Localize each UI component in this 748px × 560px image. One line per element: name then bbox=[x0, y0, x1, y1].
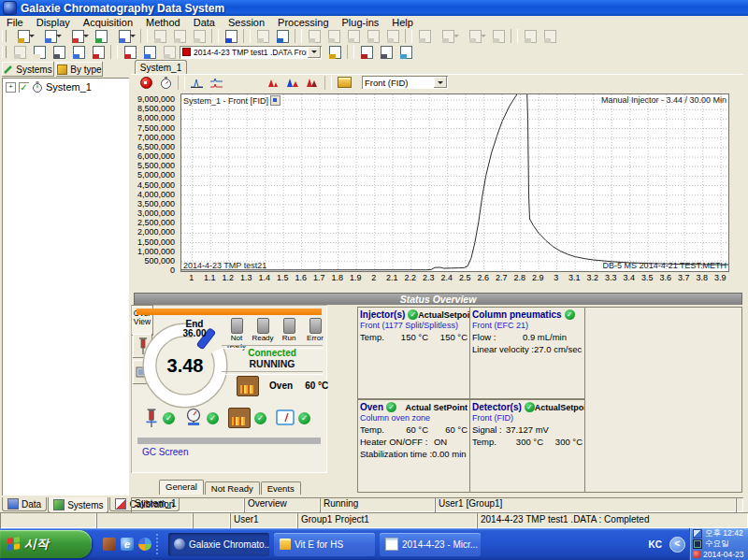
menu-item[interactable]: Data bbox=[187, 17, 222, 28]
shift-button[interactable] bbox=[383, 29, 402, 43]
review-button[interactable] bbox=[357, 45, 376, 59]
chart-properties-button[interactable] bbox=[335, 76, 353, 90]
open-method-button[interactable] bbox=[37, 29, 64, 43]
detector-panel: Detector(s) ✓ Actual Setpoint Front (FID… bbox=[469, 399, 585, 493]
status-row: Stabilization time : 0.00 min bbox=[358, 448, 469, 460]
dropdown-arrow-icon[interactable] bbox=[308, 47, 321, 58]
system-checkbox[interactable]: ✓ bbox=[19, 82, 29, 93]
toolbar-separator bbox=[140, 29, 148, 43]
peak-view-1-button[interactable] bbox=[264, 76, 282, 90]
undo-button[interactable] bbox=[540, 29, 559, 43]
toolbar-grip[interactable] bbox=[2, 46, 7, 58]
sign-button[interactable] bbox=[222, 29, 240, 43]
integration-button[interactable] bbox=[305, 29, 324, 43]
edit-report-button[interactable] bbox=[89, 45, 108, 59]
start-button[interactable]: 시작 bbox=[0, 530, 92, 558]
calculator-button[interactable] bbox=[50, 45, 68, 59]
ie-icon[interactable]: e bbox=[121, 538, 134, 551]
peak-view-3-button[interactable] bbox=[303, 76, 322, 90]
print-preview-button[interactable] bbox=[190, 29, 209, 43]
menu-item[interactable]: Plug-ins bbox=[336, 17, 386, 28]
print-button[interactable] bbox=[170, 29, 189, 43]
menu-item[interactable]: Processing bbox=[271, 17, 335, 28]
tree-expander-icon[interactable]: + bbox=[6, 82, 16, 93]
menu-item[interactable]: File bbox=[0, 17, 30, 28]
preview-report-button[interactable] bbox=[69, 45, 88, 59]
map-button[interactable] bbox=[396, 45, 415, 59]
add-peak-button[interactable] bbox=[435, 29, 461, 43]
view-tab[interactable]: Systems bbox=[48, 497, 108, 513]
delete-peak-button[interactable] bbox=[489, 29, 508, 43]
menu-item[interactable]: Display bbox=[30, 17, 77, 28]
menu-item[interactable]: Session bbox=[222, 17, 271, 28]
open-data-button[interactable] bbox=[10, 29, 36, 43]
toolbar-grip[interactable] bbox=[2, 30, 7, 42]
tray-line[interactable]: 오후 12:42 bbox=[690, 529, 748, 539]
identify-button[interactable] bbox=[344, 29, 363, 43]
oven-temp: 60 °C bbox=[305, 381, 328, 391]
data-properties-button[interactable] bbox=[325, 45, 344, 59]
view-tab[interactable]: Data bbox=[2, 497, 47, 511]
tray-line[interactable]: 2014-04-23 bbox=[690, 550, 748, 560]
sidebar-tab-by-type[interactable]: By type bbox=[56, 62, 103, 77]
syringe-icon bbox=[144, 408, 159, 428]
tray-line[interactable]: 수요일 bbox=[690, 539, 748, 550]
open-sequence-button[interactable] bbox=[65, 29, 91, 43]
stop-monitor-button[interactable] bbox=[137, 76, 155, 90]
formula-button[interactable] bbox=[253, 29, 272, 43]
results-report-button[interactable] bbox=[140, 45, 159, 59]
chart-plot-area[interactable]: System_1 - Front [FID] Manual Injector -… bbox=[180, 93, 729, 272]
menu-item[interactable]: Method bbox=[139, 17, 187, 28]
language-indicator[interactable]: KC bbox=[649, 539, 662, 550]
page-setup-button[interactable] bbox=[30, 45, 49, 59]
gc-panel-tab[interactable]: Events bbox=[261, 481, 301, 495]
task-button[interactable]: Galaxie Chromato... bbox=[168, 533, 269, 556]
toolbar-separator bbox=[295, 29, 302, 43]
system-tray: 오후 12:42 수요일 2014-04-23 bbox=[689, 528, 748, 560]
gc-panel-tab[interactable]: Not Ready bbox=[205, 481, 260, 495]
erase-button[interactable] bbox=[521, 29, 539, 43]
sidebar-tab-systems[interactable]: Systems bbox=[2, 62, 54, 77]
status-ok-icon: ✓ bbox=[525, 402, 535, 412]
select-button[interactable] bbox=[415, 29, 434, 43]
new-button[interactable] bbox=[151, 29, 169, 43]
peak-view-2-button[interactable] bbox=[283, 76, 302, 90]
elapsed-time: 3.48 bbox=[157, 355, 213, 377]
web-button[interactable] bbox=[273, 29, 292, 43]
connection-status: Connected bbox=[222, 348, 323, 358]
oven-panel: Oven ✓ Actual SetPoint Column oven zone … bbox=[357, 399, 470, 493]
report-style-button[interactable] bbox=[10, 45, 29, 59]
peaks-button[interactable] bbox=[324, 29, 343, 43]
data-file-selector[interactable]: 2014-4-23 TMP test1 .DATA Front (FID) bbox=[180, 46, 322, 59]
overlay-view-button[interactable] bbox=[188, 76, 207, 90]
device-name: Front (FID) bbox=[470, 412, 584, 424]
tab-system-1[interactable]: System_1 bbox=[135, 60, 187, 75]
task-button[interactable]: Vit E for HS bbox=[274, 533, 375, 556]
run-end-time: End 36.00 bbox=[168, 320, 221, 338]
gc-screen-link[interactable]: GC Screen bbox=[142, 447, 188, 457]
tray-collapse-icon[interactable]: < bbox=[669, 537, 685, 553]
gc-panel-tab[interactable]: General bbox=[159, 480, 204, 495]
menu-item[interactable]: Acquisition bbox=[77, 17, 139, 28]
media-player-icon[interactable] bbox=[138, 538, 151, 551]
timer-button[interactable] bbox=[156, 76, 175, 90]
task-button[interactable]: 2014-4-23 - Micr... bbox=[380, 533, 481, 556]
signal-selector[interactable]: Front (FID) bbox=[362, 76, 448, 89]
stack-view-button[interactable] bbox=[208, 76, 226, 90]
lock-session-button[interactable] bbox=[92, 29, 110, 43]
app-icon-brown[interactable] bbox=[103, 538, 116, 551]
y-tick-label: 1,000,000 bbox=[131, 248, 175, 256]
tree-item-system-1[interactable]: + ✓ System_1 bbox=[2, 78, 129, 93]
signal-badge-icon bbox=[270, 95, 280, 106]
tray-icon bbox=[693, 551, 700, 558]
menu-item[interactable]: Help bbox=[385, 17, 420, 28]
table-button[interactable] bbox=[160, 45, 179, 59]
dropdown-arrow-icon[interactable] bbox=[434, 77, 447, 88]
baseline-button[interactable] bbox=[364, 29, 382, 43]
annotate-button[interactable] bbox=[377, 45, 396, 59]
status-ok-icon: ✓ bbox=[386, 402, 396, 412]
remove-peak-button[interactable] bbox=[462, 29, 488, 43]
window-layout-button[interactable] bbox=[111, 29, 137, 43]
status-cell bbox=[736, 497, 743, 512]
chromatogram-report-button[interactable] bbox=[121, 45, 139, 59]
